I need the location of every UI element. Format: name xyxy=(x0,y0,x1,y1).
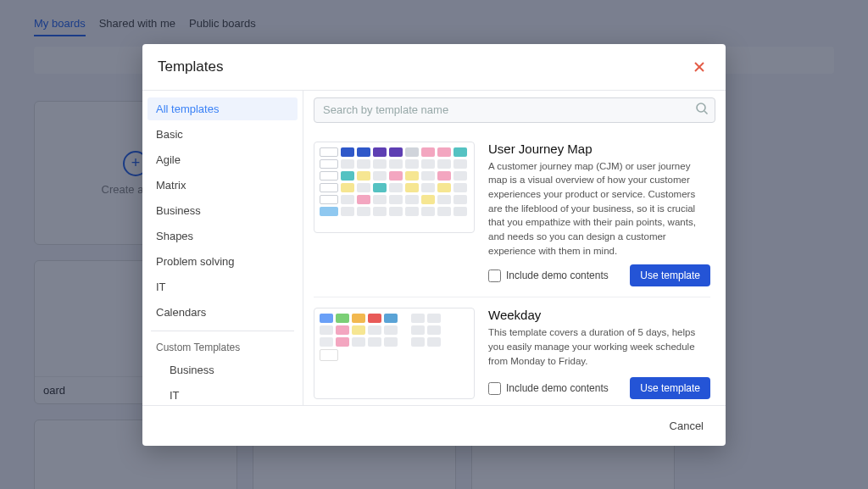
custom-category-it[interactable]: IT xyxy=(147,384,298,405)
modal-header: Templates xyxy=(142,44,726,91)
include-demo-checkbox[interactable]: Include demo contents xyxy=(488,382,609,395)
use-template-button[interactable]: Use template xyxy=(630,377,710,399)
cancel-button[interactable]: Cancel xyxy=(663,416,710,436)
templates-modal: Templates All templates Basic Agile Matr… xyxy=(142,44,726,446)
category-sidebar: All templates Basic Agile Matrix Busines… xyxy=(142,91,303,405)
template-thumbnail xyxy=(314,308,475,399)
custom-category-business[interactable]: Business xyxy=(147,358,298,381)
category-all-templates[interactable]: All templates xyxy=(147,97,298,120)
category-it[interactable]: IT xyxy=(147,275,298,298)
template-list[interactable]: User Journey Map A customer journey map … xyxy=(314,131,715,405)
category-problem-solving[interactable]: Problem solving xyxy=(147,250,298,273)
search-input[interactable] xyxy=(314,97,715,123)
modal-footer: Cancel xyxy=(142,405,726,446)
template-description: This template covers a duration of 5 day… xyxy=(488,325,710,368)
template-item-weekday: Weekday This template covers a duration … xyxy=(314,297,710,404)
include-demo-checkbox[interactable]: Include demo contents xyxy=(488,270,609,282)
template-thumbnail xyxy=(314,142,475,233)
include-demo-checkbox-input[interactable] xyxy=(488,270,501,282)
include-demo-checkbox-input[interactable] xyxy=(488,382,501,395)
template-name: User Journey Map xyxy=(488,142,710,156)
template-description: A customer journey map (CJM) or user jou… xyxy=(488,159,710,258)
include-demo-label: Include demo contents xyxy=(506,270,609,281)
template-name: Weekday xyxy=(488,308,710,322)
svg-point-2 xyxy=(697,103,705,112)
modal-title: Templates xyxy=(158,58,223,75)
search-icon xyxy=(695,102,709,119)
use-template-button[interactable]: Use template xyxy=(630,264,710,286)
close-icon xyxy=(693,60,706,74)
category-basic[interactable]: Basic xyxy=(147,123,298,146)
custom-templates-heading: Custom Templates xyxy=(147,338,298,358)
template-main-panel: User Journey Map A customer journey map … xyxy=(303,91,726,405)
category-matrix[interactable]: Matrix xyxy=(147,174,298,197)
include-demo-label: Include demo contents xyxy=(506,382,609,394)
close-button[interactable] xyxy=(688,56,710,78)
divider xyxy=(151,331,294,331)
category-business[interactable]: Business xyxy=(147,199,298,222)
template-item-user-journey-map: User Journey Map A customer journey map … xyxy=(314,131,710,298)
category-agile[interactable]: Agile xyxy=(147,148,298,171)
category-shapes[interactable]: Shapes xyxy=(147,225,298,247)
svg-line-3 xyxy=(704,111,708,114)
category-calendars[interactable]: Calendars xyxy=(147,301,298,324)
